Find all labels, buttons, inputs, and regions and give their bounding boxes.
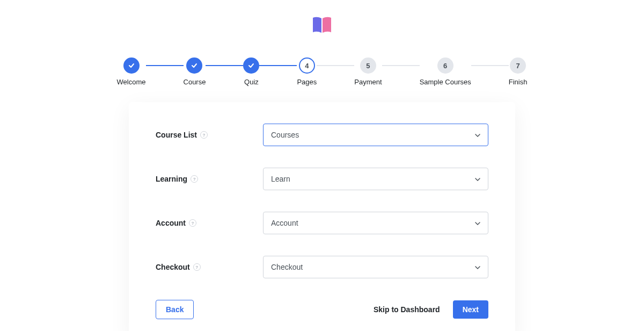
label-wrap: Account ? (156, 219, 263, 227)
select-account[interactable]: Account (263, 212, 488, 234)
step-label: Course (184, 78, 206, 86)
step-circle: 5 (360, 57, 376, 74)
step-connector (382, 65, 420, 66)
field-label: Learning (156, 175, 187, 183)
step-connector (206, 65, 243, 66)
select-course-list[interactable]: Courses (263, 124, 488, 146)
help-icon[interactable]: ? (191, 175, 198, 183)
help-icon[interactable]: ? (200, 131, 208, 139)
step-label: Payment (354, 78, 382, 86)
label-wrap: Course List ? (156, 131, 263, 139)
back-button[interactable]: Back (156, 300, 194, 319)
check-icon (128, 62, 135, 69)
step-circle (186, 57, 202, 74)
step-circle (123, 57, 140, 74)
select-checkout[interactable]: Checkout (263, 256, 488, 278)
form-footer: Back Skip to Dashboard Next (156, 300, 488, 319)
field-label: Account (156, 219, 186, 227)
wizard-container: Welcome Course Quiz 4 Pages 5 Payment (0, 0, 644, 331)
stepper: Welcome Course Quiz 4 Pages 5 Payment (117, 57, 528, 86)
row-course-list: Course List ? Courses (156, 124, 488, 146)
field-label: Checkout (156, 263, 190, 271)
step-course[interactable]: Course (184, 57, 206, 86)
step-sample-courses[interactable]: 6 Sample Courses (420, 57, 471, 86)
select-display: Courses (263, 124, 488, 146)
label-wrap: Checkout ? (156, 263, 263, 271)
step-connector (146, 65, 184, 66)
form-card: Course List ? Courses Learning ? Learn (129, 102, 515, 331)
step-quiz[interactable]: Quiz (243, 57, 259, 86)
select-display: Account (263, 212, 488, 234)
step-circle: 4 (299, 57, 315, 74)
step-connector (317, 65, 354, 66)
step-label: Finish (509, 78, 528, 86)
step-label: Pages (297, 78, 317, 86)
skip-link[interactable]: Skip to Dashboard (374, 305, 440, 314)
check-icon (191, 62, 198, 69)
label-wrap: Learning ? (156, 175, 263, 183)
app-logo (311, 16, 333, 39)
select-display: Checkout (263, 256, 488, 278)
row-checkout: Checkout ? Checkout (156, 256, 488, 278)
step-welcome[interactable]: Welcome (117, 57, 146, 86)
footer-right: Skip to Dashboard Next (374, 300, 488, 319)
help-icon[interactable]: ? (193, 263, 201, 271)
step-circle (243, 57, 259, 74)
step-finish[interactable]: 7 Finish (509, 57, 528, 86)
step-connector (471, 65, 509, 66)
check-icon (247, 62, 255, 69)
row-learning: Learning ? Learn (156, 168, 488, 190)
step-circle: 6 (437, 57, 453, 74)
step-label: Welcome (117, 78, 146, 86)
next-button[interactable]: Next (453, 300, 488, 319)
field-label: Course List (156, 131, 197, 139)
step-payment[interactable]: 5 Payment (354, 57, 382, 86)
help-icon[interactable]: ? (189, 219, 196, 227)
select-learning[interactable]: Learn (263, 168, 488, 190)
step-label: Quiz (244, 78, 259, 86)
step-circle: 7 (510, 57, 526, 74)
row-account: Account ? Account (156, 212, 488, 234)
select-display: Learn (263, 168, 488, 190)
step-pages[interactable]: 4 Pages (297, 57, 317, 86)
step-connector (259, 65, 297, 66)
step-label: Sample Courses (420, 78, 471, 86)
